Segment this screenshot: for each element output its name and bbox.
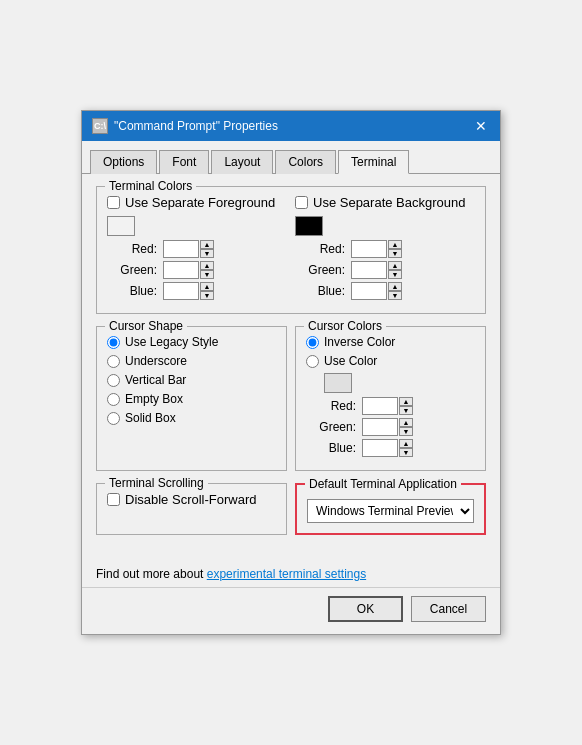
bg-green-row: Green: 12 ▲ ▼	[295, 261, 475, 279]
fg-blue-input[interactable]: 242	[163, 282, 199, 300]
bg-blue-spinner-btns: ▲ ▼	[388, 282, 402, 300]
bg-green-up[interactable]: ▲	[388, 261, 402, 270]
disable-scroll-checkbox[interactable]	[107, 493, 120, 506]
fg-blue-up[interactable]: ▲	[200, 282, 214, 291]
fg-red-input[interactable]: 242	[163, 240, 199, 258]
tab-font[interactable]: Font	[159, 150, 209, 174]
bg-blue-label: Blue:	[303, 284, 345, 298]
bg-red-spinner-btns: ▲ ▼	[388, 240, 402, 258]
bg-swatch[interactable]	[295, 216, 323, 236]
footer-area: Find out more about experimental termina…	[82, 559, 500, 587]
cursor-green-down[interactable]: ▼	[399, 427, 413, 436]
cursor-shape-vbar-radio[interactable]	[107, 374, 120, 387]
default-terminal-select[interactable]: Windows Terminal Preview Windows Termina…	[307, 499, 474, 523]
cursor-colors-group: Cursor Colors Inverse Color Use Color Re…	[295, 326, 486, 471]
cursor-red-row: Red: 242 ▲ ▼	[306, 397, 475, 415]
tab-bar: Options Font Layout Colors Terminal	[82, 141, 500, 174]
find-out-text: Find out more about	[96, 567, 207, 581]
cursor-red-input[interactable]: 242	[362, 397, 398, 415]
cursor-green-input[interactable]: 242	[362, 418, 398, 436]
cursor-swatch-row	[306, 373, 475, 393]
disable-scroll-label: Disable Scroll-Forward	[125, 492, 256, 507]
fg-green-up[interactable]: ▲	[200, 261, 214, 270]
disable-scroll-row: Disable Scroll-Forward	[107, 492, 276, 507]
cursor-swatch[interactable]	[324, 373, 352, 393]
bg-blue-row: Blue: 12 ▲ ▼	[295, 282, 475, 300]
cursor-shape-emptybox-radio[interactable]	[107, 393, 120, 406]
cursor-inverse-label: Inverse Color	[324, 335, 395, 349]
fg-checkbox[interactable]	[107, 196, 120, 209]
fg-checkbox-row: Use Separate Foreground	[107, 195, 287, 210]
cursor-blue-spinner: 242 ▲ ▼	[362, 439, 413, 457]
bottom-section: Terminal Scrolling Disable Scroll-Forwar…	[96, 483, 486, 535]
fg-green-spinner: 242 ▲ ▼	[163, 261, 214, 279]
tab-colors[interactable]: Colors	[275, 150, 336, 174]
bg-blue-down[interactable]: ▼	[388, 291, 402, 300]
cursor-shape-legacy-radio[interactable]	[107, 336, 120, 349]
cursor-green-spinner: 242 ▲ ▼	[362, 418, 413, 436]
cursor-usecolor-radio[interactable]	[306, 355, 319, 368]
bg-red-up[interactable]: ▲	[388, 240, 402, 249]
fg-blue-down[interactable]: ▼	[200, 291, 214, 300]
bg-green-label: Green:	[303, 263, 345, 277]
fg-swatch[interactable]	[107, 216, 135, 236]
cursor-blue-up[interactable]: ▲	[399, 439, 413, 448]
fg-red-up[interactable]: ▲	[200, 240, 214, 249]
cursor-shape-underscore-radio[interactable]	[107, 355, 120, 368]
ok-button[interactable]: OK	[328, 596, 403, 622]
bg-red-input[interactable]: 12	[351, 240, 387, 258]
tab-terminal[interactable]: Terminal	[338, 150, 409, 174]
bg-blue-up[interactable]: ▲	[388, 282, 402, 291]
cursor-shape-emptybox: Empty Box	[107, 392, 276, 406]
cursor-green-up[interactable]: ▲	[399, 418, 413, 427]
cancel-button[interactable]: Cancel	[411, 596, 486, 622]
fg-green-input[interactable]: 242	[163, 261, 199, 279]
title-bar: C:\ "Command Prompt" Properties ✕	[82, 111, 500, 141]
cursor-green-spinner-btns: ▲ ▼	[399, 418, 413, 436]
cursor-red-up[interactable]: ▲	[399, 397, 413, 406]
dialog-window: C:\ "Command Prompt" Properties ✕ Option…	[81, 110, 501, 635]
fg-blue-spinner: 242 ▲ ▼	[163, 282, 214, 300]
cursor-blue-label: Blue:	[314, 441, 356, 455]
cursor-inverse-row: Inverse Color	[306, 335, 475, 349]
terminal-scrolling-label: Terminal Scrolling	[105, 476, 208, 490]
fg-swatch-row	[107, 216, 287, 236]
terminal-colors-label: Terminal Colors	[105, 179, 196, 193]
bg-green-input[interactable]: 12	[351, 261, 387, 279]
experimental-link[interactable]: experimental terminal settings	[207, 567, 366, 581]
bg-checkbox-row: Use Separate Background	[295, 195, 475, 210]
cursor-shape-label: Cursor Shape	[105, 319, 187, 333]
cursor-red-down[interactable]: ▼	[399, 406, 413, 415]
cursor-shape-solidbox-radio[interactable]	[107, 412, 120, 425]
bg-blue-input[interactable]: 12	[351, 282, 387, 300]
fg-green-row: Green: 242 ▲ ▼	[107, 261, 287, 279]
app-icon: C:\	[92, 118, 108, 134]
cursor-shape-group: Cursor Shape Use Legacy Style Underscore…	[96, 326, 287, 471]
button-row: OK Cancel	[82, 587, 500, 634]
cursor-inverse-radio[interactable]	[306, 336, 319, 349]
bg-green-down[interactable]: ▼	[388, 270, 402, 279]
fg-rgb: Red: 242 ▲ ▼ Green:	[107, 240, 287, 300]
title-bar-left: C:\ "Command Prompt" Properties	[92, 118, 278, 134]
cursor-blue-row: Blue: 242 ▲ ▼	[306, 439, 475, 457]
cursor-usecolor-label: Use Color	[324, 354, 377, 368]
tab-layout[interactable]: Layout	[211, 150, 273, 174]
cursor-shape-solidbox-label: Solid Box	[125, 411, 176, 425]
cursor-blue-spinner-btns: ▲ ▼	[399, 439, 413, 457]
bg-rgb: Red: 12 ▲ ▼ Green:	[295, 240, 475, 300]
cursor-rgb: Red: 242 ▲ ▼ Green: 242	[306, 397, 475, 457]
close-button[interactable]: ✕	[472, 117, 490, 135]
cursor-shape-legacy-label: Use Legacy Style	[125, 335, 218, 349]
bg-red-down[interactable]: ▼	[388, 249, 402, 258]
cursor-shape-underscore: Underscore	[107, 354, 276, 368]
fg-green-down[interactable]: ▼	[200, 270, 214, 279]
bg-red-spinner: 12 ▲ ▼	[351, 240, 402, 258]
cursor-blue-input[interactable]: 242	[362, 439, 398, 457]
fg-red-down[interactable]: ▼	[200, 249, 214, 258]
cursor-blue-down[interactable]: ▼	[399, 448, 413, 457]
bg-checkbox[interactable]	[295, 196, 308, 209]
fg-red-row: Red: 242 ▲ ▼	[107, 240, 287, 258]
tab-options[interactable]: Options	[90, 150, 157, 174]
fg-green-label: Green:	[115, 263, 157, 277]
bg-green-spinner-btns: ▲ ▼	[388, 261, 402, 279]
